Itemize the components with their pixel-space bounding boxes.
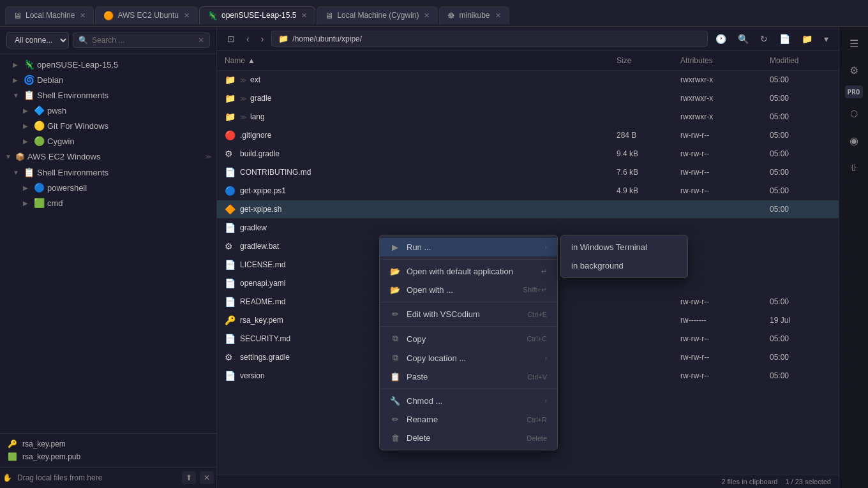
table-row[interactable]: 📄CONTRIBUTING.md7.6 kBrw-rw-r--05:00 bbox=[217, 163, 839, 182]
edit-vscodium-icon: ✏ bbox=[390, 309, 400, 319]
drag-close-icon[interactable]: ✕ bbox=[200, 471, 214, 484]
ctx-item-open-default[interactable]: 📂 Open with default application ↵ bbox=[380, 262, 557, 281]
ctx-item-run[interactable]: ▶ Run ... › bbox=[380, 238, 557, 256]
ctx-paste-label: Paste bbox=[407, 372, 428, 381]
table-row[interactable]: ⚙build.gradle9.4 kBrw-rw-r--05:00 bbox=[217, 145, 839, 163]
local-cygwin-tab-icon: 🖥 bbox=[325, 11, 333, 20]
sidebar-item-cmd[interactable]: ▶ 🟩 cmd bbox=[0, 195, 216, 211]
sidebar-item-pwsh[interactable]: ▶ 🔷 pwsh bbox=[0, 103, 216, 118]
file-attrs-cell bbox=[673, 219, 762, 237]
table-row[interactable]: 📁≫gradlerwxrwxr-x05:00 bbox=[217, 89, 839, 108]
sidebar-item-powershell[interactable]: ▶ 🔵 powershell bbox=[0, 180, 216, 195]
file-name-text: SECURITY.md bbox=[240, 334, 290, 343]
tab-minikube-close[interactable]: ✕ bbox=[495, 11, 501, 20]
search-btn[interactable]: 🔍 bbox=[734, 31, 752, 47]
pro-btn[interactable]: PRO bbox=[845, 85, 863, 98]
new-folder-btn[interactable]: 📁 bbox=[798, 31, 816, 47]
ctx-item-rename[interactable]: ✏ Rename Ctrl+R bbox=[380, 410, 557, 429]
file-type-icon: 🔑 bbox=[225, 315, 236, 325]
tab-opensuse-close[interactable]: ✕ bbox=[301, 11, 307, 20]
submenu-windows-terminal[interactable]: in Windows Terminal bbox=[561, 238, 687, 256]
table-row[interactable]: 📁≫extrwxrwxr-x05:00 bbox=[217, 71, 839, 89]
file-type-icon: 📄 bbox=[225, 334, 236, 344]
drag-upload-icon[interactable]: ⬆ bbox=[182, 471, 196, 484]
sidebar-item-debian[interactable]: ▶ 🌀 Debian bbox=[0, 72, 216, 87]
refresh-btn[interactable]: ↻ bbox=[756, 31, 772, 47]
col-modified[interactable]: Modified bbox=[762, 51, 839, 70]
file-name-text: LICENSE.md bbox=[240, 260, 285, 269]
status-bar: 2 files in clipboard 1 / 23 selected bbox=[217, 475, 839, 488]
powershell-icon: 🔵 bbox=[33, 182, 45, 193]
file-size-cell bbox=[609, 348, 673, 366]
file-name-cell: 📁≫gradle bbox=[217, 89, 609, 107]
sidebar-item-shell-env-2[interactable]: ▼ 📋 Shell Environments bbox=[0, 165, 216, 180]
table-header: Name ▲ Size Attributes Modified bbox=[217, 51, 839, 71]
col-size[interactable]: Size bbox=[609, 51, 673, 70]
tab-local-cygwin-close[interactable]: ✕ bbox=[424, 11, 430, 20]
discord-btn[interactable]: ◉ bbox=[842, 129, 865, 152]
table-row[interactable]: 🔵get-xpipe.ps14.9 kBrw-rw-r--05:00 bbox=[217, 182, 839, 200]
aws-ec2-windows-section[interactable]: ▼ 📦 AWS EC2 Windows ≫ bbox=[0, 149, 216, 165]
ctx-item-delete[interactable]: 🗑 Delete Delete bbox=[380, 429, 557, 447]
ctx-item-chmod[interactable]: 🔧 Chmod ... › bbox=[380, 392, 557, 410]
ctx-item-paste[interactable]: 📋 Paste Ctrl+V bbox=[380, 367, 557, 386]
file-type-icon: 📄 bbox=[225, 297, 236, 307]
tab-aws-close[interactable]: ✕ bbox=[184, 11, 190, 20]
ctx-item-edit-vscodium[interactable]: ✏ Edit with VSCodium Ctrl+E bbox=[380, 305, 557, 323]
path-bar: 📁 /home/ubuntu/xpipe/ bbox=[271, 31, 708, 47]
ctx-item-copy[interactable]: ⧉ Copy Ctrl+C bbox=[380, 329, 557, 348]
file-type-icon: 🔶 bbox=[225, 204, 236, 214]
file-item-rsa-pem-pub[interactable]: 🟩 rsa_key.pem.pub bbox=[5, 450, 211, 463]
tab-opensuse[interactable]: 🦎 openSUSE-Leap-15.5 ✕ bbox=[199, 6, 315, 24]
col-name[interactable]: Name ▲ bbox=[217, 51, 609, 70]
back-btn[interactable]: ‹ bbox=[243, 31, 253, 47]
connection-selector[interactable]: All conne... bbox=[6, 32, 69, 48]
files-panel-btn[interactable]: ☰ bbox=[842, 32, 865, 55]
sidebar: All conne... 🔍 ✕ ▶ 🦎 openSUSE-Leap-15.5 bbox=[0, 27, 217, 488]
file-type-icon: 📄 bbox=[225, 223, 236, 233]
search-input[interactable] bbox=[92, 36, 194, 45]
file-attrs-cell: rw------- bbox=[673, 311, 762, 329]
new-file-btn[interactable]: 📄 bbox=[775, 31, 794, 47]
ctx-delete-label: Delete bbox=[407, 433, 431, 443]
file-size-cell bbox=[609, 330, 673, 348]
ctx-item-open-with[interactable]: 📂 Open with ... Shift+↵ bbox=[380, 281, 557, 299]
file-modified-cell bbox=[762, 219, 839, 237]
ctx-run-label: Run ... bbox=[407, 242, 431, 252]
file-modified-cell: 05:00 bbox=[762, 182, 839, 200]
sidebar-item-git-windows[interactable]: ▶ 🟡 Git For Windows bbox=[0, 118, 216, 133]
forward-btn[interactable]: › bbox=[257, 31, 268, 47]
tab-minikube[interactable]: ☸ minikube ✕ bbox=[439, 6, 509, 24]
file-modified-cell bbox=[762, 237, 839, 255]
file-modified-cell: 05:00 bbox=[762, 126, 839, 144]
tab-local-machine-close[interactable]: ✕ bbox=[80, 11, 86, 20]
tab-aws-ec2[interactable]: 🟠 AWS EC2 Ubuntu ✕ bbox=[95, 6, 198, 24]
code-btn[interactable]: {} bbox=[842, 156, 865, 179]
table-row[interactable]: 🔶get-xpipe.sh05:00 bbox=[217, 200, 839, 219]
sidebar-item-shell-env-1[interactable]: ▼ 📋 Shell Environments bbox=[0, 87, 216, 103]
tab-local-cygwin[interactable]: 🖥 Local Machine (Cygwin) ✕ bbox=[317, 6, 438, 24]
aws-section-more-icon[interactable]: ≫ bbox=[205, 153, 211, 160]
search-clear-icon[interactable]: ✕ bbox=[198, 36, 204, 45]
terminal-icon-btn[interactable]: ⊡ bbox=[223, 31, 239, 47]
tab-local-machine[interactable]: 🖥 Local Machine ✕ bbox=[5, 6, 94, 24]
table-row[interactable]: 🔴.gitignore284 Brw-rw-r--05:00 bbox=[217, 126, 839, 145]
history-btn[interactable]: 🕐 bbox=[712, 31, 730, 47]
submenu-background[interactable]: in background bbox=[561, 256, 687, 275]
settings-btn[interactable]: ⚙ bbox=[842, 59, 865, 82]
file-size-cell: 284 B bbox=[609, 126, 673, 144]
col-attrs[interactable]: Attributes bbox=[673, 51, 762, 70]
dir-expand-icon: ≫ bbox=[240, 114, 246, 121]
file-name-cell: 📄gradlew bbox=[217, 219, 609, 237]
sidebar-item-opensuse[interactable]: ▶ 🦎 openSUSE-Leap-15.5 bbox=[0, 57, 216, 72]
debian-label: Debian bbox=[37, 75, 63, 85]
ctx-item-copy-location[interactable]: ⧉ Copy location ... › bbox=[380, 348, 557, 367]
file-type-icon: 📄 bbox=[225, 371, 236, 381]
table-row[interactable]: 📁≫langrwxrwxr-x05:00 bbox=[217, 108, 839, 126]
github-btn[interactable]: ⬡ bbox=[842, 102, 865, 125]
file-name-cell: 🔴.gitignore bbox=[217, 126, 609, 144]
file-name-text: gradle bbox=[250, 94, 271, 103]
sidebar-item-cygwin[interactable]: ▶ 🟢 Cygwin bbox=[0, 133, 216, 149]
file-item-rsa-pem[interactable]: 🔑 rsa_key.pem bbox=[5, 438, 211, 450]
more-btn[interactable]: ▾ bbox=[820, 31, 832, 47]
